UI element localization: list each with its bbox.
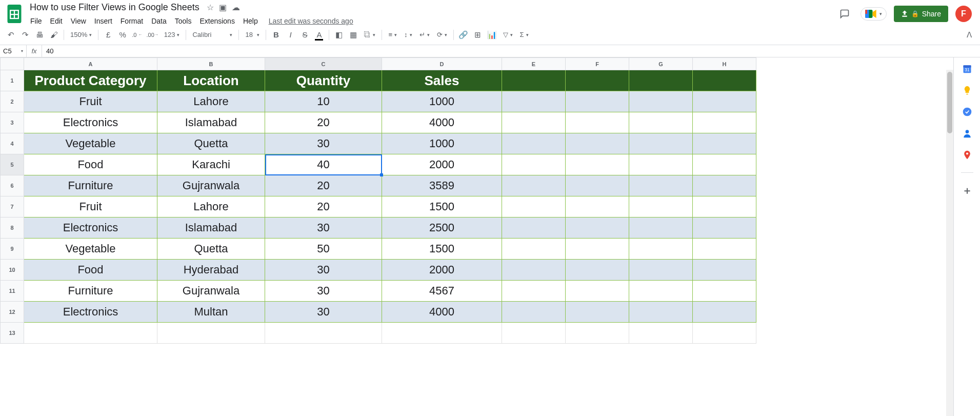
cell-B12[interactable]: Multan — [157, 302, 265, 323]
cell-B13[interactable] — [157, 323, 265, 344]
cell-C12[interactable]: 30 — [265, 302, 382, 323]
cell-F9[interactable] — [566, 239, 629, 260]
cell-A11[interactable]: Furniture — [24, 281, 157, 302]
cell-D4[interactable]: 1000 — [382, 133, 502, 154]
percent-button[interactable]: % — [116, 28, 129, 42]
cell-D7[interactable]: 1500 — [382, 196, 502, 217]
cell-C5[interactable]: 40 — [265, 154, 382, 175]
cell-B3[interactable]: Islamabad — [157, 112, 265, 133]
cell-D12[interactable]: 4000 — [382, 302, 502, 323]
cell-C11[interactable]: 30 — [265, 281, 382, 302]
cell-F13[interactable] — [566, 323, 629, 344]
cell-C8[interactable]: 30 — [265, 217, 382, 239]
cell-C2[interactable]: 10 — [265, 91, 382, 112]
column-header-G[interactable]: G — [629, 58, 693, 70]
horizontal-align-button[interactable]: ≡▾ — [385, 28, 400, 42]
cell-H1[interactable] — [693, 70, 756, 91]
menu-view[interactable]: View — [67, 15, 90, 27]
zoom-select[interactable]: 150%▾ — [67, 28, 95, 42]
cell-B5[interactable]: Karachi — [157, 154, 265, 175]
currency-button[interactable]: £ — [102, 28, 115, 42]
row-header-4[interactable]: 4 — [1, 133, 24, 154]
collapse-toolbar-button[interactable]: ᐱ — [963, 28, 976, 42]
cell-E2[interactable] — [502, 91, 566, 112]
cell-A2[interactable]: Fruit — [24, 91, 157, 112]
cell-A1[interactable]: Product Category — [24, 70, 157, 91]
menu-tools[interactable]: Tools — [171, 15, 195, 27]
cell-C7[interactable]: 20 — [265, 196, 382, 217]
share-button[interactable]: 🔒 Share — [894, 6, 948, 22]
cell-H11[interactable] — [693, 281, 756, 302]
meet-button[interactable]: ▾ — [861, 7, 887, 21]
row-header-9[interactable]: 9 — [1, 239, 24, 260]
cell-H5[interactable] — [693, 154, 756, 175]
cell-G3[interactable] — [629, 112, 693, 133]
cell-B6[interactable]: Gujranwala — [157, 175, 265, 196]
column-header-B[interactable]: B — [157, 58, 265, 70]
cell-H10[interactable] — [693, 260, 756, 281]
column-header-F[interactable]: F — [566, 58, 629, 70]
cell-E9[interactable] — [502, 239, 566, 260]
row-header-10[interactable]: 10 — [1, 260, 24, 281]
last-edit-link[interactable]: Last edit was seconds ago — [269, 17, 353, 25]
merge-cells-button[interactable]: ⿻▾ — [361, 28, 378, 42]
cell-F7[interactable] — [566, 196, 629, 217]
cell-H9[interactable] — [693, 239, 756, 260]
star-icon[interactable]: ☆ — [207, 3, 214, 12]
cell-D5[interactable]: 2000 — [382, 154, 502, 175]
cell-B10[interactable]: Hyderabad — [157, 260, 265, 281]
column-header-C[interactable]: C — [265, 58, 382, 70]
cell-F10[interactable] — [566, 260, 629, 281]
cell-C9[interactable]: 50 — [265, 239, 382, 260]
cell-G5[interactable] — [629, 154, 693, 175]
cell-G7[interactable] — [629, 196, 693, 217]
insert-chart-button[interactable]: 📊 — [486, 28, 499, 42]
row-header-8[interactable]: 8 — [1, 217, 24, 239]
cell-C4[interactable]: 30 — [265, 133, 382, 154]
functions-button[interactable]: Σ▾ — [517, 28, 532, 42]
cell-E13[interactable] — [502, 323, 566, 344]
bold-button[interactable]: B — [269, 28, 283, 42]
vertical-align-button[interactable]: ↕▾ — [401, 28, 415, 42]
cell-H7[interactable] — [693, 196, 756, 217]
row-header-6[interactable]: 6 — [1, 175, 24, 196]
cell-H3[interactable] — [693, 112, 756, 133]
tasks-icon[interactable] — [961, 106, 973, 118]
cell-C6[interactable]: 20 — [265, 175, 382, 196]
cell-A10[interactable]: Food — [24, 260, 157, 281]
cell-C3[interactable]: 20 — [265, 112, 382, 133]
cell-F12[interactable] — [566, 302, 629, 323]
font-select[interactable]: Calibri▾ — [189, 28, 235, 42]
row-header-13[interactable]: 13 — [1, 323, 24, 344]
menu-format[interactable]: Format — [117, 15, 147, 27]
cell-B7[interactable]: Lahore — [157, 196, 265, 217]
cell-B11[interactable]: Gujranwala — [157, 281, 265, 302]
comments-icon[interactable] — [836, 5, 853, 23]
cell-G6[interactable] — [629, 175, 693, 196]
cell-E7[interactable] — [502, 196, 566, 217]
menu-data[interactable]: Data — [148, 15, 170, 27]
insert-comment-button[interactable]: ⊞ — [471, 28, 485, 42]
cell-F11[interactable] — [566, 281, 629, 302]
column-header-E[interactable]: E — [502, 58, 566, 70]
row-header-5[interactable]: 5 — [1, 154, 24, 175]
account-avatar[interactable]: F — [955, 6, 972, 22]
redo-button[interactable]: ↷ — [18, 28, 32, 42]
name-box[interactable]: C5▾ — [0, 45, 27, 57]
cell-B4[interactable]: Quetta — [157, 133, 265, 154]
cell-A9[interactable]: Vegetable — [24, 239, 157, 260]
menu-insert[interactable]: Insert — [91, 15, 116, 27]
cell-A5[interactable]: Food — [24, 154, 157, 175]
cell-D2[interactable]: 1000 — [382, 91, 502, 112]
document-title[interactable]: How to use Filter Views in Google Sheets — [27, 1, 203, 14]
cell-E8[interactable] — [502, 217, 566, 239]
text-wrap-button[interactable]: ↵▾ — [416, 28, 433, 42]
calendar-icon[interactable]: 31 — [961, 63, 973, 75]
menu-help[interactable]: Help — [239, 15, 262, 27]
italic-button[interactable]: I — [284, 28, 297, 42]
cell-A13[interactable] — [24, 323, 157, 344]
fill-color-button[interactable]: ◧ — [332, 28, 346, 42]
cell-A4[interactable]: Vegetable — [24, 133, 157, 154]
cell-C13[interactable] — [265, 323, 382, 344]
text-color-button[interactable]: A — [312, 28, 326, 42]
